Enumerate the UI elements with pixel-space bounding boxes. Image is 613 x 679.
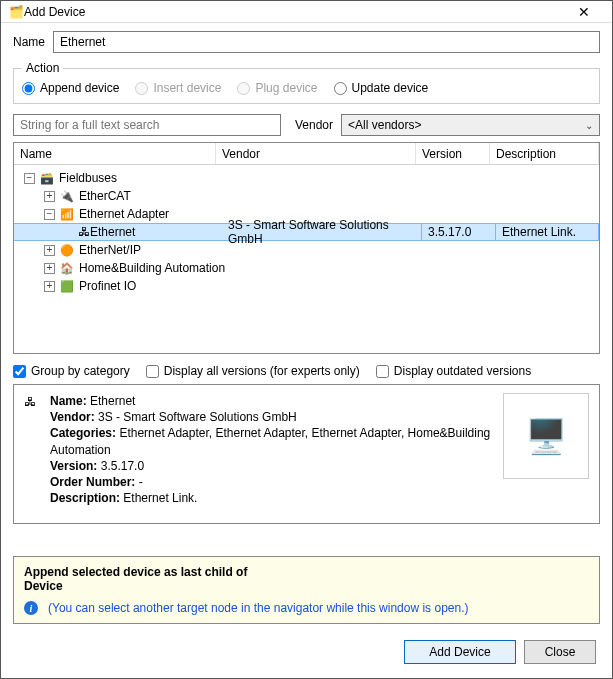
expand-icon[interactable]: + <box>44 281 55 292</box>
close-icon[interactable]: ✕ <box>564 4 604 20</box>
expand-icon[interactable]: + <box>44 263 55 274</box>
device-image: 🖥️ <box>503 393 589 479</box>
selected-description: Ethernet Link. <box>496 223 599 241</box>
window-title: Add Device <box>24 5 564 19</box>
ethernetip-icon: 🟠 <box>59 243 75 257</box>
collapse-icon[interactable]: − <box>24 173 35 184</box>
add-device-button[interactable]: Add Device <box>404 640 516 664</box>
expand-icon[interactable]: + <box>44 245 55 256</box>
vendor-select[interactable]: <All vendors> ⌄ <box>341 114 600 136</box>
details-text: Name: Ethernet Vendor: 3S - Smart Softwa… <box>50 393 495 515</box>
chevron-down-icon: ⌄ <box>585 120 593 131</box>
add-device-dialog: 🗂️ Add Device ✕ Name Action Append devic… <box>0 0 613 679</box>
radio-append-device[interactable]: Append device <box>22 81 119 95</box>
title-bar: 🗂️ Add Device ✕ <box>1 1 612 23</box>
collapse-icon[interactable]: − <box>44 209 55 220</box>
check-group-by-category[interactable]: Group by category <box>13 364 130 378</box>
tree-node-home-building[interactable]: + 🏠 Home&Building Automation <box>14 259 599 277</box>
name-label: Name <box>13 35 45 49</box>
details-panel: 🖧 Name: Ethernet Vendor: 3S - Smart Soft… <box>13 384 600 524</box>
hint-info-text: (You can select another target node in t… <box>48 601 468 615</box>
folder-icon: 🗃️ <box>39 171 55 185</box>
radio-insert-device: Insert device <box>135 81 221 95</box>
tree-node-fieldbuses[interactable]: − 🗃️ Fieldbuses <box>14 169 599 187</box>
expand-icon[interactable]: + <box>44 191 55 202</box>
device-tree: Name Vendor Version Description − 🗃️ Fie… <box>13 142 600 354</box>
close-button[interactable]: Close <box>524 640 596 664</box>
tree-node-profinet[interactable]: + 🟩 Profinet IO <box>14 277 599 295</box>
col-name[interactable]: Name <box>14 143 216 164</box>
check-display-outdated[interactable]: Display outdated versions <box>376 364 531 378</box>
hint-line2: Device <box>24 579 589 593</box>
name-input[interactable] <box>53 31 600 53</box>
hint-panel: Append selected device as last child of … <box>13 556 600 624</box>
tree-header: Name Vendor Version Description <box>14 143 599 165</box>
device-icon: 🖧 <box>78 225 90 239</box>
profinet-icon: 🟩 <box>59 279 75 293</box>
adapter-icon: 📶 <box>59 207 75 221</box>
col-version[interactable]: Version <box>416 143 490 164</box>
details-device-icon: 🖧 <box>24 393 42 515</box>
selected-vendor: 3S - Smart Software Solutions GmbH <box>222 223 422 241</box>
check-display-all-versions[interactable]: Display all versions (for experts only) <box>146 364 360 378</box>
action-legend: Action <box>22 61 63 75</box>
ethercat-icon: 🔌 <box>59 189 75 203</box>
selected-version: 3.5.17.0 <box>422 223 496 241</box>
radio-plug-device: Plug device <box>237 81 317 95</box>
col-description[interactable]: Description <box>490 143 599 164</box>
info-icon: i <box>24 601 38 615</box>
vendor-label: Vendor <box>295 118 333 132</box>
action-group: Action Append device Insert device Plug … <box>13 61 600 104</box>
tree-node-ethercat[interactable]: + 🔌 EtherCAT <box>14 187 599 205</box>
radio-update-device[interactable]: Update device <box>334 81 429 95</box>
tree-node-ethernet-selected[interactable]: 🖧 Ethernet 3S - Smart Software Solutions… <box>14 223 599 241</box>
search-input[interactable] <box>13 114 281 136</box>
col-vendor[interactable]: Vendor <box>216 143 416 164</box>
app-icon: 🗂️ <box>9 5 24 19</box>
hint-line1: Append selected device as last child of <box>24 565 589 579</box>
home-icon: 🏠 <box>59 261 75 275</box>
